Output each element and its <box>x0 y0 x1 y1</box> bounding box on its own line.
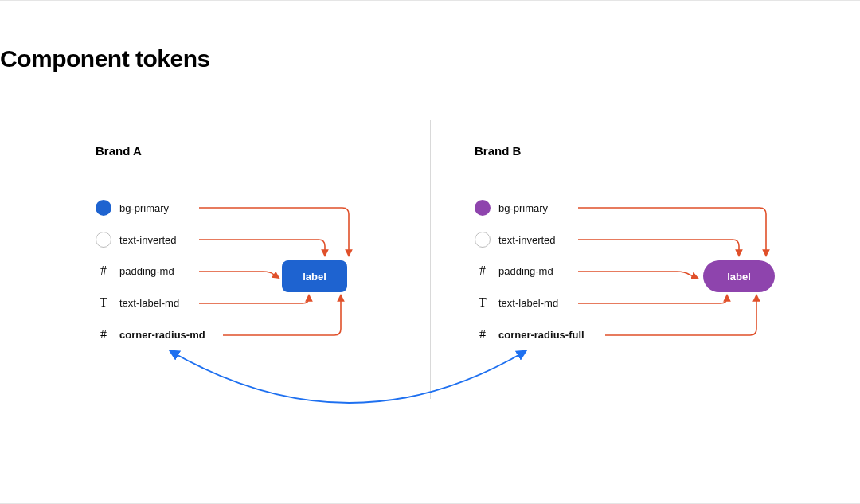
hash-icon: # <box>96 264 111 278</box>
token-row-radius-b: # corner-radius-full <box>475 327 584 342</box>
token-label: corner-radius-md <box>119 329 205 341</box>
button-label: label <box>727 271 751 283</box>
token-row-radius-a: # corner-radius-md <box>96 327 205 342</box>
brand-divider <box>430 120 431 399</box>
token-label: corner-radius-full <box>498 329 584 341</box>
token-label: padding-md <box>119 265 174 277</box>
brand-a-heading: Brand A <box>96 144 142 158</box>
brand-link-arrow <box>170 351 526 403</box>
token-label: text-inverted <box>119 234 177 246</box>
hash-icon: # <box>475 264 491 278</box>
page-title: Component tokens <box>0 45 210 72</box>
token-row-label-b: T text-label-md <box>475 295 558 310</box>
token-label: padding-md <box>498 265 553 277</box>
color-swatch-outline-icon <box>96 232 111 248</box>
color-swatch-icon <box>96 200 111 216</box>
brand-b-heading: Brand B <box>475 144 521 158</box>
type-icon: T <box>475 295 491 310</box>
token-label: text-label-md <box>498 297 558 309</box>
button-label: label <box>303 271 326 283</box>
color-swatch-icon <box>475 200 491 216</box>
type-icon: T <box>96 295 111 310</box>
hash-icon: # <box>96 327 111 342</box>
hash-icon: # <box>475 327 491 342</box>
brand-b-button: label <box>703 260 775 292</box>
token-row-bg-b: bg-primary <box>475 200 548 216</box>
token-label: text-label-md <box>119 297 179 309</box>
token-row-label-a: T text-label-md <box>96 295 179 310</box>
color-swatch-outline-icon <box>475 232 491 248</box>
token-label: text-inverted <box>498 234 556 246</box>
token-label: bg-primary <box>498 202 548 214</box>
token-row-text-a: text-inverted <box>96 232 177 248</box>
brand-a-button: label <box>282 260 347 292</box>
token-row-padding-a: # padding-md <box>96 264 174 278</box>
token-label: bg-primary <box>119 202 169 214</box>
token-row-bg-a: bg-primary <box>96 200 169 216</box>
token-row-padding-b: # padding-md <box>475 264 553 278</box>
token-row-text-b: text-inverted <box>475 232 556 248</box>
